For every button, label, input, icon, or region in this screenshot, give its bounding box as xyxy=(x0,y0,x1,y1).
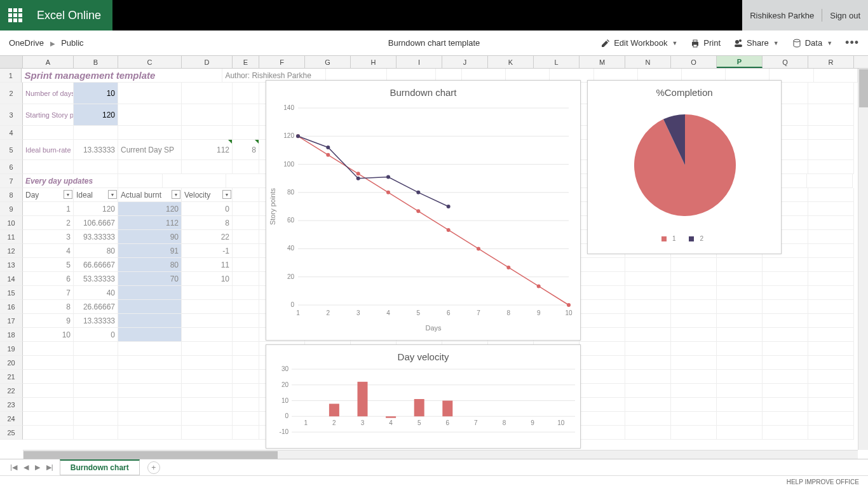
cell[interactable]: 0 xyxy=(74,328,118,342)
cell[interactable] xyxy=(74,384,118,398)
cell[interactable] xyxy=(717,412,763,426)
cell[interactable] xyxy=(671,342,717,356)
cell[interactable] xyxy=(74,426,118,440)
cell[interactable] xyxy=(671,286,717,300)
cell[interactable] xyxy=(808,370,854,384)
cell[interactable] xyxy=(182,314,233,328)
cell[interactable]: 93.33333 xyxy=(74,230,118,244)
cell[interactable] xyxy=(808,160,854,174)
cell[interactable] xyxy=(182,412,233,426)
cell[interactable] xyxy=(625,398,671,412)
cell[interactable] xyxy=(233,126,259,140)
edit-workbook-button[interactable]: Edit Workbook ▼ xyxy=(600,38,677,48)
cell[interactable]: 4 xyxy=(23,244,74,258)
cell[interactable]: 10 xyxy=(23,328,74,342)
share-button[interactable]: Share ▼ xyxy=(733,38,779,48)
cell[interactable] xyxy=(23,398,74,412)
cell[interactable] xyxy=(233,83,259,104)
cell[interactable] xyxy=(23,126,74,140)
row-header[interactable]: 19 xyxy=(0,342,23,356)
cell[interactable] xyxy=(808,342,854,356)
col-header-F[interactable]: F xyxy=(259,56,305,68)
cell[interactable] xyxy=(763,370,808,384)
cell[interactable] xyxy=(118,398,182,412)
row-header[interactable]: 25 xyxy=(0,426,23,440)
cell[interactable] xyxy=(74,342,118,356)
cell[interactable]: 70 xyxy=(118,272,182,286)
cell[interactable] xyxy=(671,314,717,328)
col-header-B[interactable]: B xyxy=(74,56,118,68)
row-header[interactable]: 21 xyxy=(0,370,23,384)
cell[interactable] xyxy=(580,300,625,314)
cell[interactable] xyxy=(671,370,717,384)
col-header-D[interactable]: D xyxy=(182,56,233,68)
cell[interactable]: Ideal burn-rate xyxy=(23,140,74,160)
cell[interactable] xyxy=(671,412,717,426)
cell[interactable] xyxy=(118,370,182,384)
cell[interactable]: Current Day SP xyxy=(118,140,182,160)
row-header[interactable]: 18 xyxy=(0,328,23,342)
cell[interactable] xyxy=(233,342,259,356)
row-header[interactable]: 23 xyxy=(0,398,23,412)
col-header-L[interactable]: L xyxy=(534,56,580,68)
cell[interactable]: Day▼ xyxy=(23,188,74,202)
col-header-C[interactable]: C xyxy=(118,56,182,68)
cell[interactable] xyxy=(233,412,259,426)
cell[interactable] xyxy=(23,370,74,384)
cell[interactable] xyxy=(763,398,808,412)
cell[interactable] xyxy=(671,426,717,440)
cell[interactable] xyxy=(163,174,226,188)
row-header[interactable]: 12 xyxy=(0,244,23,258)
cell[interactable] xyxy=(808,300,854,314)
cell[interactable] xyxy=(671,384,717,398)
cell[interactable] xyxy=(118,300,182,314)
cell[interactable] xyxy=(233,370,259,384)
cell[interactable] xyxy=(182,426,233,440)
cell[interactable]: 5 xyxy=(23,258,74,272)
cell[interactable] xyxy=(808,328,854,342)
cell[interactable]: 8 xyxy=(233,140,259,160)
cell[interactable] xyxy=(182,104,233,126)
cell[interactable]: 9 xyxy=(23,314,74,328)
cell[interactable] xyxy=(118,286,182,300)
cell[interactable] xyxy=(808,216,854,230)
add-sheet-button[interactable]: + xyxy=(147,461,160,474)
cell[interactable]: 120 xyxy=(118,202,182,216)
print-button[interactable]: Print xyxy=(690,38,721,48)
cell[interactable]: 91 xyxy=(118,244,182,258)
cell[interactable] xyxy=(625,384,671,398)
row-header[interactable]: 13 xyxy=(0,258,23,272)
col-header-P[interactable]: P xyxy=(717,56,763,68)
cell[interactable] xyxy=(182,342,233,356)
cell[interactable] xyxy=(625,286,671,300)
cell[interactable] xyxy=(808,258,854,272)
cell[interactable] xyxy=(808,83,854,104)
tab-next-button[interactable]: ▶ xyxy=(35,463,40,471)
cell[interactable] xyxy=(763,384,808,398)
cell[interactable] xyxy=(580,398,625,412)
cell[interactable] xyxy=(717,398,763,412)
cell[interactable]: 8 xyxy=(23,300,74,314)
cell[interactable] xyxy=(808,244,854,258)
row-header[interactable]: 22 xyxy=(0,384,23,398)
cell[interactable] xyxy=(717,426,763,440)
row-header[interactable]: 14 xyxy=(0,272,23,286)
cell[interactable]: 0 xyxy=(182,202,233,216)
cell[interactable] xyxy=(233,230,259,244)
cell[interactable] xyxy=(808,398,854,412)
cell[interactable] xyxy=(233,356,259,370)
cell[interactable]: 8 xyxy=(182,216,233,230)
cell[interactable] xyxy=(625,258,671,272)
sign-out-link[interactable]: Sign out xyxy=(822,0,868,30)
cell[interactable] xyxy=(808,188,854,202)
cell[interactable] xyxy=(182,160,233,174)
cell[interactable] xyxy=(808,202,854,216)
cell[interactable]: Every day updates xyxy=(23,174,118,188)
cell[interactable] xyxy=(118,160,182,174)
col-header-E[interactable]: E xyxy=(233,56,259,68)
cell[interactable] xyxy=(74,370,118,384)
cell[interactable] xyxy=(625,300,671,314)
cell[interactable] xyxy=(808,230,854,244)
cell[interactable] xyxy=(580,370,625,384)
col-header-R[interactable]: R xyxy=(808,56,854,68)
